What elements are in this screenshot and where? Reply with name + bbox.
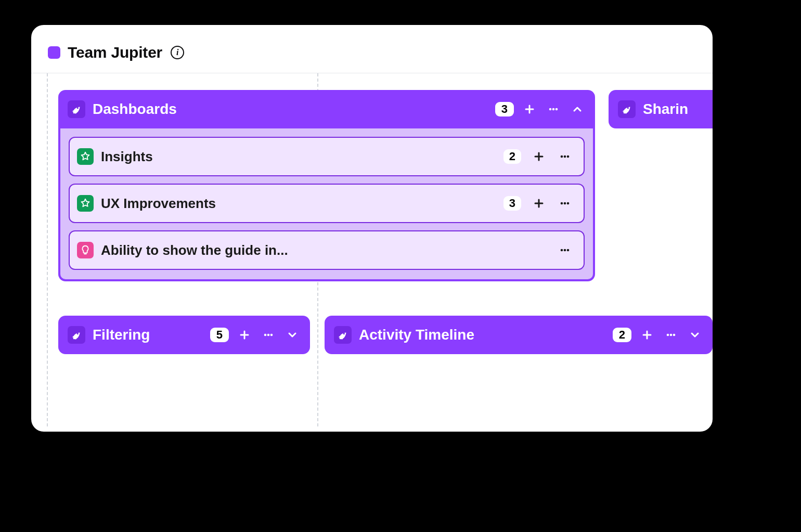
more-button[interactable] xyxy=(557,242,573,258)
rocket-icon xyxy=(618,100,636,118)
rocket-icon xyxy=(68,100,85,118)
story-count-badge: 3 xyxy=(503,196,521,211)
story-title: UX Improvements xyxy=(101,196,496,212)
lightbulb-icon xyxy=(77,242,94,258)
story-title: Insights xyxy=(101,149,496,165)
rocket-icon xyxy=(334,326,352,344)
lane-divider xyxy=(47,73,48,426)
epic-count-badge: 2 xyxy=(613,328,631,342)
team-color-swatch xyxy=(48,46,60,59)
board-area: Dashboards 3 Insights 2 xyxy=(31,73,713,426)
rocket-icon xyxy=(68,326,85,344)
epic-title: Dashboards xyxy=(93,101,488,118)
epic-title: Activity Timeline xyxy=(359,327,605,343)
epic-body: Insights 2 UX Improvements 3 xyxy=(58,128,595,281)
expand-button[interactable] xyxy=(284,327,301,343)
more-button[interactable] xyxy=(557,195,573,212)
epic-header[interactable]: Activity Timeline 2 xyxy=(325,316,713,354)
expand-button[interactable] xyxy=(687,327,703,343)
team-title: Team Jupiter xyxy=(68,44,162,61)
star-icon xyxy=(77,148,94,165)
team-panel: Team Jupiter i Dashboards 3 xyxy=(31,25,713,432)
story-card[interactable]: Ability to show the guide in... xyxy=(69,230,585,270)
epic-card-sharing[interactable]: Sharin xyxy=(609,90,713,128)
add-button[interactable] xyxy=(531,195,547,212)
add-button[interactable] xyxy=(236,327,253,343)
epic-title: Filtering xyxy=(93,327,203,343)
story-card[interactable]: UX Improvements 3 xyxy=(69,184,585,223)
story-title: Ability to show the guide in... xyxy=(101,242,547,258)
epic-count-badge: 3 xyxy=(495,102,514,116)
panel-header: Team Jupiter i xyxy=(31,25,713,73)
add-button[interactable] xyxy=(531,148,547,165)
story-card[interactable]: Insights 2 xyxy=(69,137,585,176)
story-count-badge: 2 xyxy=(503,149,521,164)
more-button[interactable] xyxy=(545,101,562,118)
epic-card-dashboards[interactable]: Dashboards 3 Insights 2 xyxy=(58,90,595,281)
more-button[interactable] xyxy=(557,148,573,165)
epic-count-badge: 5 xyxy=(210,328,229,342)
collapse-button[interactable] xyxy=(569,101,586,118)
epic-title: Sharin xyxy=(643,101,713,118)
star-icon xyxy=(77,195,94,212)
info-icon[interactable]: i xyxy=(171,46,184,59)
epic-card-filtering[interactable]: Filtering 5 xyxy=(58,316,310,354)
epic-header[interactable]: Sharin xyxy=(609,90,713,128)
more-button[interactable] xyxy=(663,327,679,343)
more-button[interactable] xyxy=(260,327,277,343)
epic-header[interactable]: Dashboards 3 xyxy=(58,90,595,128)
epic-card-activity-timeline[interactable]: Activity Timeline 2 xyxy=(325,316,713,354)
add-button[interactable] xyxy=(521,101,538,118)
add-button[interactable] xyxy=(639,327,655,343)
epic-header[interactable]: Filtering 5 xyxy=(58,316,310,354)
